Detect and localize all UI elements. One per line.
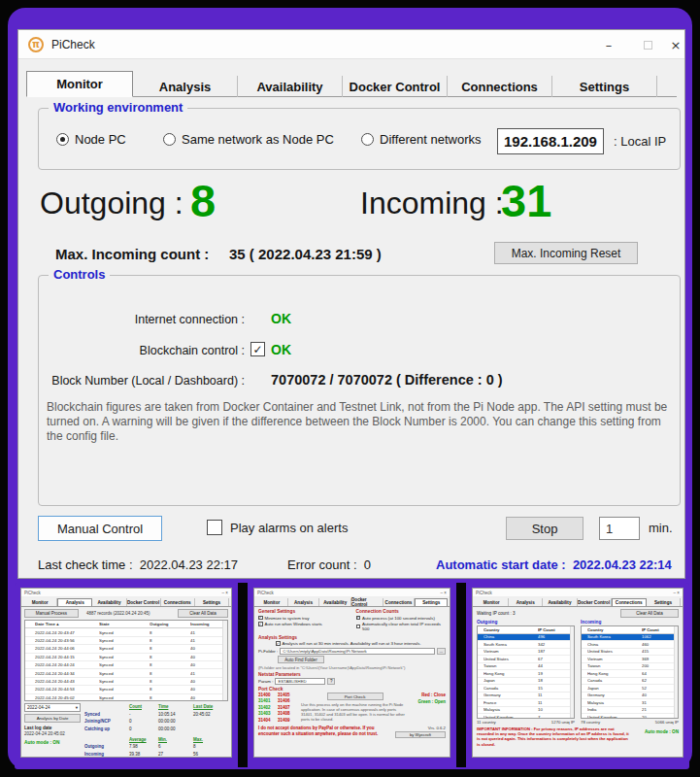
analysis-by-date-button[interactable]: Analysis by Date: [24, 714, 81, 723]
manual-process-button[interactable]: Manual Process: [24, 609, 79, 618]
mini-tab[interactable]: Docker Control: [351, 598, 383, 606]
analysis-table-row[interactable]: 2022-04-24 20:44:06Synced 840: [25, 645, 227, 653]
country-row[interactable]: Canada15: [478, 685, 574, 693]
mini-tab[interactable]: Analysis: [57, 598, 92, 606]
date-dropdown[interactable]: 2022-04-24 ▾: [24, 703, 81, 712]
country-row[interactable]: Vietnam369: [582, 656, 678, 663]
analysis-table-row[interactable]: 2022-04-24 20:43:56Synced 841: [25, 637, 227, 645]
radio-different-networks[interactable]: Different networks: [361, 132, 482, 147]
analysis-table-row[interactable]: 2022-04-24 20:44:24Synced 840: [25, 661, 227, 669]
local-ip-input[interactable]: [497, 128, 604, 154]
mini-tab[interactable]: Availability: [92, 598, 126, 606]
radio-same-network[interactable]: Same network as Node PC: [163, 132, 334, 147]
port-check-button[interactable]: Port Check: [327, 693, 383, 700]
maximize-icon[interactable]: [628, 38, 667, 52]
settings-checkbox-item[interactable]: Automatically clear when total IP exceed…: [356, 622, 447, 631]
scrollbar[interactable]: [674, 626, 678, 718]
mini-tab[interactable]: Monitor: [256, 598, 288, 606]
mini-tab[interactable]: Monitor: [23, 598, 57, 606]
mini-tab[interactable]: Settings: [647, 598, 681, 606]
settings-checkbox-item[interactable]: ✓Minimize to system tray: [258, 616, 349, 621]
credit-button[interactable]: by Wyecroft: [395, 731, 446, 738]
mini-tab[interactable]: Settings: [415, 598, 448, 606]
analysis-table-row[interactable]: 2022-04-24 20:44:43Synced 840: [25, 678, 227, 686]
country-row[interactable]: China496: [478, 634, 574, 642]
mini-tab[interactable]: Availability: [543, 598, 577, 606]
clear-all-data-button[interactable]: Clear All Data: [620, 609, 679, 618]
outgoing-table[interactable]: Country IP Count China496 Sout: [477, 625, 575, 719]
country-row[interactable]: Japan18: [478, 678, 574, 686]
sort-asc-icon: ▴: [56, 622, 58, 626]
analysis-table[interactable]: Date Time ▴ State Outgoing Incoming 2022…: [24, 620, 228, 701]
country-row[interactable]: Germany11: [478, 693, 574, 700]
analysis-table-row[interactable]: 2022-04-24 20:43:47Synced 841: [25, 628, 227, 636]
country-row[interactable]: Canada62: [582, 678, 678, 686]
settings-checkbox-item[interactable]: ✓Auto run when Windows starts: [258, 622, 349, 626]
pi-folder-input[interactable]: C:\Users\mtply\AppData\Roaming\Pi Networ…: [280, 648, 435, 655]
manual-control-button[interactable]: Manual Control: [38, 516, 162, 541]
scrollbar[interactable]: [570, 626, 574, 718]
clear-all-data-button[interactable]: Clear All Data: [178, 609, 228, 618]
country-row[interactable]: Malaysia31: [582, 699, 678, 707]
mini-tab[interactable]: Settings: [195, 598, 229, 606]
mini-tab[interactable]: Analysis: [288, 598, 320, 606]
auto-find-folder-button[interactable]: Auto Find Folder: [278, 656, 324, 663]
scrollbar[interactable]: [222, 621, 227, 700]
help-button[interactable]: ?: [327, 678, 335, 685]
connections-thumbnail[interactable]: PiCheck – × MonitorAnalysisAvailabilityD…: [466, 583, 689, 769]
analysis-interval-checkbox[interactable]: ✓ Analysis will run at 30 min intervals.…: [276, 641, 446, 646]
analysis-table-row[interactable]: 2022-04-24 20:44:15Synced 840: [25, 654, 227, 661]
country-row[interactable]: Malaysia10: [478, 707, 574, 715]
country-row[interactable]: Germany40: [582, 693, 678, 700]
analysis-thumbnail[interactable]: PiCheck – × MonitorAnalysisAvailabilityD…: [15, 583, 238, 769]
country-row[interactable]: United States415: [582, 649, 678, 657]
country-row[interactable]: Hong Kong64: [582, 670, 678, 678]
close-icon[interactable]: ×: [667, 38, 684, 52]
stop-button[interactable]: Stop: [506, 517, 583, 540]
country-row[interactable]: South Korea342: [478, 641, 574, 649]
main-tab[interactable]: Docker Control: [343, 76, 448, 97]
mini-tab[interactable]: Connections: [383, 598, 416, 606]
main-tab[interactable]: Connections: [448, 76, 552, 97]
main-tab[interactable]: Settings: [552, 76, 657, 97]
blockchain-control-checkbox[interactable]: ✓: [250, 342, 265, 356]
stats-row: Outgoing7.98 68: [84, 743, 228, 751]
country-row[interactable]: Hong Kong19: [478, 670, 574, 678]
main-tab[interactable]: Monitor: [26, 71, 133, 97]
browse-folder-button[interactable]: ...: [437, 648, 446, 655]
country-row[interactable]: United Kingdom20: [582, 714, 678, 719]
mini-tab[interactable]: Connections: [161, 598, 195, 606]
mini-tab[interactable]: Analysis: [509, 598, 543, 606]
country-row[interactable]: United States67: [478, 656, 574, 663]
chevron-down-icon: ▾: [76, 705, 78, 710]
country-row[interactable]: India21: [582, 707, 678, 715]
country-row[interactable]: Taiwan200: [582, 663, 678, 671]
country-row[interactable]: Japan52: [582, 685, 678, 693]
country-row[interactable]: China460: [582, 641, 678, 649]
country-row[interactable]: South Korea1062: [582, 634, 678, 642]
country-row[interactable]: United Kingdom7: [478, 714, 574, 719]
incoming-table[interactable]: Country IP Count South Korea1062: [581, 625, 679, 719]
settings-checkbox-item[interactable]: ✓Auto process (at 100 second intervals): [356, 616, 447, 621]
settings-thumbnail[interactable]: PiCheck – × MonitorAnalysisAvailabilityD…: [248, 583, 456, 769]
play-alarms-checkbox[interactable]: [207, 520, 222, 535]
main-tab[interactable]: Analysis: [133, 76, 238, 97]
mini-tab[interactable]: Monitor: [475, 598, 509, 606]
mini-tab[interactable]: Docker Control: [127, 598, 161, 606]
mini-tab[interactable]: Docker Control: [578, 598, 612, 606]
country-row[interactable]: Vietnam187: [478, 649, 574, 657]
analysis-table-row[interactable]: 2022-04-24 20:44:53Synced 840: [25, 686, 227, 693]
param-input[interactable]: ESTABLISHED: [275, 678, 325, 685]
radio-node-pc[interactable]: Node PC: [56, 132, 126, 147]
mini-tab[interactable]: Availability: [319, 598, 351, 606]
analysis-table-row[interactable]: 2022-04-24 20:45:02Synced 840: [25, 694, 227, 701]
pi-folder-note: (Pi-folder are located in "C:\Users\(You…: [258, 665, 446, 670]
country-row[interactable]: France11: [478, 699, 574, 707]
country-row[interactable]: Taiwan44: [478, 663, 574, 671]
analysis-table-row[interactable]: 2022-04-24 20:44:34Synced 841: [25, 669, 227, 677]
max-incoming-reset-button[interactable]: Max. Incoming Reset: [494, 242, 638, 264]
interval-input[interactable]: [599, 517, 640, 540]
main-tab[interactable]: Availability: [238, 76, 343, 97]
mini-tab[interactable]: Connections: [612, 598, 647, 606]
minimize-icon[interactable]: –: [589, 38, 628, 52]
